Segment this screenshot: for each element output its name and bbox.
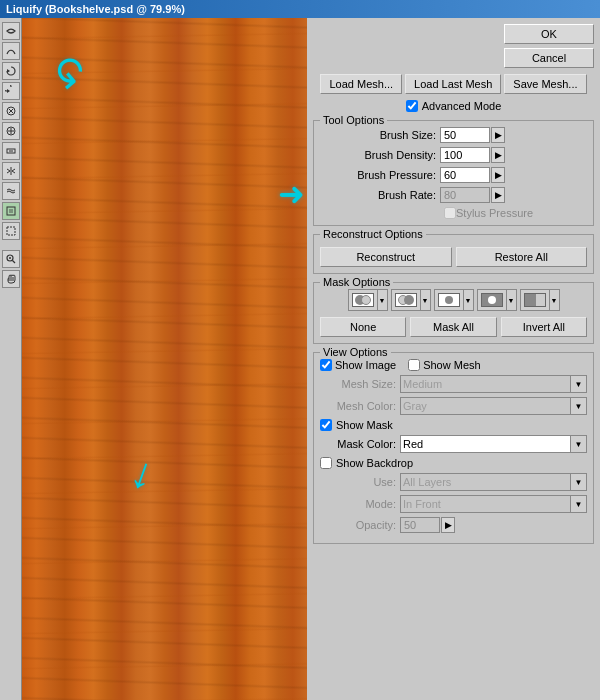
arrow-top-left: ↺ [41, 42, 97, 99]
tool-twirl-ccw[interactable] [2, 82, 20, 100]
mesh-size-row: Mesh Size: Medium ▼ [320, 375, 587, 393]
mask-color-label: Mask Color: [320, 438, 400, 450]
mask-icon-4-dropdown[interactable]: ▼ [507, 289, 517, 311]
mask-icon-1[interactable] [348, 289, 378, 311]
advanced-mode-checkbox[interactable] [406, 100, 418, 112]
invert-all-button[interactable]: Invert All [501, 317, 587, 337]
mesh-size-select[interactable]: Medium [401, 376, 586, 392]
brush-pressure-spin[interactable]: ▶ [491, 167, 505, 183]
title-text: Liquify (Bookshelve.psd @ 79.9%) [6, 3, 185, 15]
ok-cancel-row: OK [313, 24, 594, 44]
brush-pressure-input[interactable] [440, 167, 490, 183]
brush-density-input[interactable] [440, 147, 490, 163]
tool-bloat[interactable] [2, 122, 20, 140]
advanced-mode-label: Advanced Mode [422, 100, 502, 112]
mask-icon-2[interactable] [391, 289, 421, 311]
view-options-label: View Options [320, 346, 391, 358]
show-image-label: Show Image [335, 359, 396, 371]
mesh-color-row: Mesh Color: Gray ▼ [320, 397, 587, 415]
use-row: Use: All Layers ▼ [320, 473, 587, 491]
none-button[interactable]: None [320, 317, 406, 337]
tool-mirror[interactable] [2, 162, 20, 180]
show-image-checkbox[interactable] [320, 359, 332, 371]
show-backdrop-row: Show Backdrop [320, 457, 587, 469]
brush-size-spin[interactable]: ▶ [491, 127, 505, 143]
mask-color-row: Mask Color: Red Green Blue ▼ [320, 435, 587, 453]
stylus-pressure-checkbox[interactable] [444, 207, 456, 219]
show-mask-row: Show Mask [320, 419, 587, 431]
svg-rect-7 [7, 227, 15, 235]
brush-pressure-row: Brush Pressure: ▶ [320, 167, 587, 183]
advanced-mode-row: Advanced Mode [313, 98, 594, 114]
mask-icon-group-2: ▼ [391, 289, 431, 311]
mesh-color-select[interactable]: Gray [401, 398, 586, 414]
svg-marker-0 [7, 69, 10, 73]
brush-rate-label: Brush Rate: [320, 189, 440, 201]
tool-turbulence[interactable] [2, 182, 20, 200]
cancel-row: Cancel [313, 48, 594, 68]
use-select[interactable]: All Layers [401, 474, 586, 490]
ok-button[interactable]: OK [504, 24, 594, 44]
tool-freeze-mask[interactable] [2, 202, 20, 220]
show-mesh-label: Show Mesh [423, 359, 480, 371]
mask-icon-5-dropdown[interactable]: ▼ [550, 289, 560, 311]
canvas-area[interactable]: ↺ ↓ [22, 18, 307, 700]
opacity-spin[interactable]: ▶ [441, 517, 455, 533]
mask-icon-group-3: ▼ [434, 289, 474, 311]
mask-icon-5[interactable] [520, 289, 550, 311]
show-mask-checkbox[interactable] [320, 419, 332, 431]
reconstruct-button[interactable]: Reconstruct [320, 247, 452, 267]
restore-all-button[interactable]: Restore All [456, 247, 588, 267]
mask-color-select[interactable]: Red Green Blue [401, 436, 586, 452]
tool-options-label: Tool Options [320, 114, 387, 126]
mask-action-buttons: None Mask All Invert All [320, 317, 587, 337]
tool-hand[interactable] [2, 270, 20, 288]
load-last-mesh-button[interactable]: Load Last Mesh [405, 74, 501, 94]
cancel-button[interactable]: Cancel [504, 48, 594, 68]
brush-size-input[interactable] [440, 127, 490, 143]
brush-size-label: Brush Size: [320, 129, 440, 141]
mask-icon-1-dropdown[interactable]: ▼ [378, 289, 388, 311]
mask-icon-3-dropdown[interactable]: ▼ [464, 289, 474, 311]
mask-icon-3[interactable] [434, 289, 464, 311]
use-label: Use: [320, 476, 400, 488]
brush-size-row: Brush Size: ▶ [320, 127, 587, 143]
tool-push-left[interactable] [2, 142, 20, 160]
mask-icon-group-4: ▼ [477, 289, 517, 311]
save-mesh-button[interactable]: Save Mesh... [504, 74, 586, 94]
svg-marker-1 [7, 89, 10, 93]
mesh-size-label: Mesh Size: [320, 378, 400, 390]
reconstruct-options-label: Reconstruct Options [320, 228, 426, 240]
brush-rate-spin[interactable]: ▶ [491, 187, 505, 203]
tool-zoom[interactable] [2, 250, 20, 268]
show-mask-label: Show Mask [336, 419, 393, 431]
show-image-mesh-row: Show Image Show Mesh [320, 359, 587, 371]
tool-twirl-cw[interactable] [2, 62, 20, 80]
reconstruct-buttons: Reconstruct Restore All [320, 247, 587, 267]
tool-options-group: Tool Options Brush Size: ▶ Brush Density… [313, 120, 594, 226]
mask-all-button[interactable]: Mask All [410, 317, 496, 337]
tool-thaw-mask[interactable] [2, 222, 20, 240]
brush-density-spin[interactable]: ▶ [491, 147, 505, 163]
mode-label: Mode: [320, 498, 400, 510]
mesh-buttons-row: Load Mesh... Load Last Mesh Save Mesh... [313, 74, 594, 94]
mask-icon-4[interactable] [477, 289, 507, 311]
tool-pucker[interactable] [2, 102, 20, 120]
brush-pressure-label: Brush Pressure: [320, 169, 440, 181]
stylus-pressure-row: Stylus Pressure [320, 207, 587, 219]
mask-icon-2-dropdown[interactable]: ▼ [421, 289, 431, 311]
brush-rate-input[interactable] [440, 187, 490, 203]
mask-icon-group-1: ▼ [348, 289, 388, 311]
show-mesh-checkbox[interactable] [408, 359, 420, 371]
load-mesh-button[interactable]: Load Mesh... [320, 74, 402, 94]
tool-warp[interactable] [2, 22, 20, 40]
mask-options-group: Mask Options ▼ [313, 282, 594, 344]
mesh-color-label: Mesh Color: [320, 400, 400, 412]
toolbar [0, 18, 22, 700]
opacity-input[interactable] [400, 517, 440, 533]
show-backdrop-checkbox[interactable] [320, 457, 332, 469]
right-panel: OK Cancel Load Mesh... Load Last Mesh Sa… [307, 18, 600, 700]
mode-select[interactable]: In Front [401, 496, 586, 512]
mask-icon-buttons: ▼ ▼ [320, 289, 587, 311]
tool-reconstruct[interactable] [2, 42, 20, 60]
